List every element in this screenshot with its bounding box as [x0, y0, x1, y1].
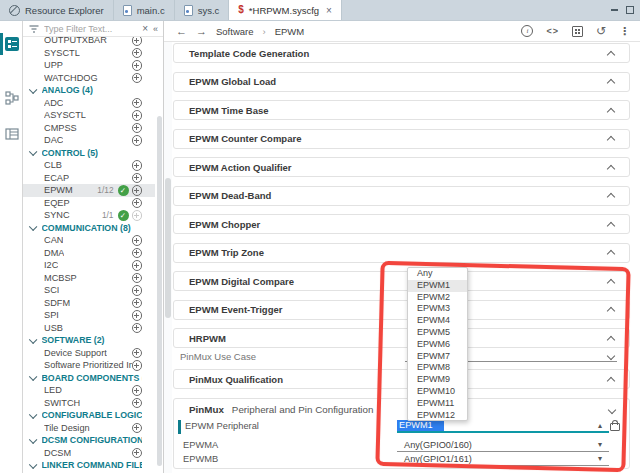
add-instance-button[interactable]	[132, 185, 143, 196]
add-instance-button[interactable]	[132, 285, 143, 296]
add-instance-button[interactable]	[132, 323, 143, 334]
content-scrollbar-thumb[interactable]	[165, 178, 171, 318]
collapse-chevron-icon[interactable]	[607, 307, 615, 315]
add-instance-button[interactable]	[132, 398, 143, 409]
collapse-chevron-icon[interactable]	[607, 164, 615, 172]
register-table-icon[interactable]	[5, 127, 19, 141]
collapse-chevron-icon[interactable]	[607, 107, 615, 115]
collapse-chevron-icon[interactable]	[607, 250, 615, 258]
tree-item-sysctl[interactable]: SYSCTL	[23, 47, 155, 60]
tree-item-watchdog[interactable]: WATCHDOG	[23, 72, 155, 85]
dropdown-option-epwm3[interactable]: EPWM3	[408, 303, 467, 315]
tree-item-usb[interactable]: USB	[23, 322, 155, 335]
dropdown-option-epwm7[interactable]: EPWM7	[408, 351, 467, 363]
forward-arrow-icon[interactable]: →	[196, 26, 207, 37]
dropdown-option-epwm6[interactable]: EPWM6	[408, 339, 467, 351]
tree-item-software-prioritized-inter[interactable]: Software Prioritized Inter...	[23, 359, 155, 372]
add-instance-button[interactable]	[132, 423, 143, 434]
code-icon[interactable]: <>	[546, 26, 559, 36]
section-epwm-trip-zone[interactable]: EPWM Trip Zone	[173, 243, 630, 263]
field-select-epwma[interactable]: Any(GPIO0/160)▾	[397, 439, 609, 452]
tree-item-mcbsp[interactable]: MCBSP	[23, 272, 155, 285]
tree-item-cmpss[interactable]: CMPSS	[23, 122, 155, 135]
tree-scrollbar[interactable]	[157, 116, 162, 466]
add-instance-button[interactable]	[132, 260, 143, 271]
add-instance-button[interactable]	[132, 273, 143, 284]
network-graph-icon[interactable]	[5, 91, 19, 105]
tree-item-sdfm[interactable]: SDFM	[23, 297, 155, 310]
dropdown-option-epwm12[interactable]: EPWM12	[408, 410, 467, 421]
collapse-chevron-icon[interactable]	[607, 50, 615, 58]
dropdown-option-epwm9[interactable]: EPWM9	[408, 374, 467, 386]
collapse-chevron-icon[interactable]	[607, 278, 615, 286]
tree-item-outputxbar[interactable]: OUTPUTXBAR	[23, 37, 155, 47]
tree-item-dcsm[interactable]: DCSM	[23, 447, 155, 460]
tree-category-analog-4[interactable]: ANALOG (4)	[23, 84, 155, 97]
tree-item-i2c[interactable]: I2C	[23, 259, 155, 272]
add-instance-button[interactable]	[132, 210, 143, 221]
clear-filter-icon[interactable]: ×	[142, 24, 148, 34]
section-epwm-chopper[interactable]: EPWM Chopper	[173, 214, 630, 234]
section-hrpwm[interactable]: HRPWM	[173, 328, 630, 348]
tree-item-ecap[interactable]: ECAP	[23, 172, 155, 185]
add-instance-button[interactable]	[132, 60, 143, 71]
content-scrollbar-track[interactable]	[164, 42, 172, 473]
tree-category-communication-8[interactable]: COMMUNICATION (8)	[23, 222, 155, 235]
add-instance-button[interactable]	[132, 198, 143, 209]
dropdown-option-epwm10[interactable]: EPWM10	[408, 386, 467, 398]
tree-item-dac[interactable]: DAC	[23, 134, 155, 147]
add-instance-button[interactable]	[132, 37, 143, 46]
tree-item-dma[interactable]: DMA	[23, 247, 155, 260]
tree-item-led[interactable]: LED	[23, 384, 155, 397]
kebab-menu-icon[interactable]: ⋮	[619, 26, 630, 37]
section-template-code-generation[interactable]: Template Code Generation	[173, 43, 630, 63]
tree-item-adc[interactable]: ADC	[23, 97, 155, 110]
add-instance-button[interactable]	[132, 248, 143, 259]
add-instance-button[interactable]	[132, 160, 143, 171]
add-instance-button[interactable]	[132, 448, 143, 459]
tree-category-control-5[interactable]: CONTROL (5)	[23, 147, 155, 160]
tree-item-epwm[interactable]: EPWM1/12✓	[23, 184, 155, 197]
expand-select-icon[interactable]: ▾	[598, 454, 602, 464]
section-epwm-global-load[interactable]: EPWM Global Load	[173, 72, 630, 92]
section-epwm-time-base[interactable]: EPWM Time Base	[173, 100, 630, 120]
tree-category-linker-command-file-c[interactable]: LINKER COMMAND FILE C...	[23, 459, 155, 472]
add-instance-button[interactable]	[132, 360, 143, 371]
tab-hrpwm-syscfg[interactable]: $ *HRPWM.syscfg ×	[229, 0, 342, 20]
breadcrumb-software[interactable]: Software	[216, 26, 254, 37]
config-panel-icon[interactable]	[5, 37, 19, 51]
dropdown-option-epwm5[interactable]: EPWM5	[408, 327, 467, 339]
tree-item-sync[interactable]: SYNC1/1✓	[23, 209, 155, 222]
add-instance-button[interactable]	[132, 123, 143, 134]
tree-category-board-components-2[interactable]: BOARD COMPONENTS (2)	[23, 372, 155, 385]
add-instance-button[interactable]	[132, 135, 143, 146]
collapse-chevron-icon[interactable]	[607, 376, 615, 384]
maximize-icon[interactable]	[626, 6, 634, 14]
close-tab-icon[interactable]: ×	[326, 5, 332, 16]
dropdown-option-epwm11[interactable]: EPWM11	[408, 398, 467, 410]
collapse-select-icon[interactable]: ▴	[598, 421, 602, 431]
add-instance-button[interactable]	[132, 235, 143, 246]
tree-item-asysctl[interactable]: ASYSCTL	[23, 109, 155, 122]
tree-item-device-support[interactable]: Device Support	[23, 347, 155, 360]
breadcrumb-epwm[interactable]: EPWM	[275, 26, 305, 37]
dropdown-option-epwm8[interactable]: EPWM8	[408, 362, 467, 374]
field-select-epwm-peripheral[interactable]: EPWM1▴	[397, 420, 609, 433]
chevron-down-icon[interactable]	[607, 352, 615, 360]
add-instance-button[interactable]	[132, 48, 143, 59]
section-pinmux-qualification[interactable]: PinMux Qualification	[173, 369, 630, 389]
minimize-icon[interactable]	[611, 9, 618, 11]
tree-item-eqep[interactable]: EQEP	[23, 197, 155, 210]
tree-category-configurable-logic-bl[interactable]: CONFIGURABLE LOGIC BL...	[23, 409, 155, 422]
dropdown-option-epwm2[interactable]: EPWM2	[408, 292, 467, 304]
add-instance-button[interactable]	[132, 298, 143, 309]
section-epwm-counter-compare[interactable]: EPWM Counter Compare	[173, 129, 630, 149]
collapse-chevron-icon[interactable]	[607, 335, 615, 343]
dropdown-option-epwm1[interactable]: EPWM1	[408, 280, 467, 292]
collapse-chevron-icon[interactable]	[607, 193, 615, 201]
filter-input[interactable]: Type Filter Text...	[44, 24, 137, 34]
tree-item-tile-design[interactable]: Tile Design	[23, 422, 155, 435]
dropdown-option-epwm4[interactable]: EPWM4	[408, 315, 467, 327]
add-instance-button[interactable]	[132, 173, 143, 184]
tab-resource-explorer[interactable]: Resource Explorer	[0, 0, 114, 20]
